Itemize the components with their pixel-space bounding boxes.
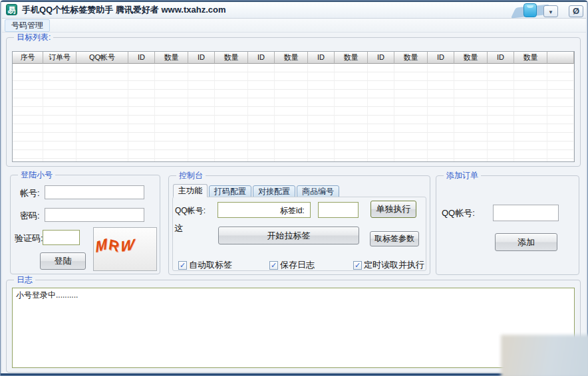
column-header-0[interactable]: 序号 <box>13 52 43 64</box>
minimize-button[interactable]: ▼ <box>543 5 558 17</box>
title-bar[interactable]: 易 手机QQ个性标签赞助手 腾讯爱好者 www.txahz.com ▼ Ø <box>2 2 586 19</box>
single-run-button[interactable]: 单独执行 <box>370 201 416 218</box>
table-row[interactable] <box>13 124 574 133</box>
table-cell <box>514 107 547 116</box>
start-pull-tags-button[interactable]: 开始拉标签 <box>218 227 359 244</box>
checkbox-2[interactable]: ✓定时读取并执行 <box>353 259 424 271</box>
login-button[interactable]: 登陆 <box>40 252 86 270</box>
menu-item-number-management[interactable]: 号码管理 <box>5 19 50 32</box>
table-cell <box>13 107 43 116</box>
table-row[interactable] <box>13 133 574 141</box>
get-tag-params-button[interactable]: 取标签参数 <box>370 231 419 246</box>
captcha-glyph: W <box>120 236 134 256</box>
log-group-label: 日志 <box>14 275 35 284</box>
account-input[interactable] <box>45 185 144 199</box>
checkbox-box-icon[interactable]: ✓ <box>178 261 187 270</box>
table-cell <box>43 90 76 98</box>
captcha-input[interactable] <box>43 230 80 245</box>
table-cell <box>514 116 547 124</box>
table-row[interactable] <box>13 150 574 159</box>
captcha-label: 验证码: <box>15 233 43 244</box>
table-cell <box>335 64 368 72</box>
table-cell <box>308 124 335 133</box>
console-group: 控制台 主功能打码配置对接配置商品编号 QQ帐号: 标签id: 单独执行 这 开… <box>168 175 430 275</box>
table-cell <box>514 159 547 162</box>
tab-打码配置[interactable]: 打码配置 <box>209 185 251 197</box>
checkbox-box-icon[interactable]: ✓ <box>269 261 278 270</box>
app-window: 易 手机QQ个性标签赞助手 腾讯爱好者 www.txahz.com ▼ Ø 号码… <box>0 0 588 376</box>
table-cell <box>275 81 308 90</box>
table-cell <box>155 64 188 72</box>
table-row[interactable] <box>13 90 574 98</box>
table-cell <box>43 124 76 133</box>
table-cell <box>13 64 43 72</box>
column-header-13[interactable]: ID <box>428 52 454 64</box>
table-cell <box>547 64 574 72</box>
column-header-16[interactable]: 数量 <box>514 52 547 64</box>
table-cell <box>454 141 488 150</box>
table-row[interactable] <box>13 141 574 150</box>
table-row[interactable] <box>13 72 574 81</box>
column-header-5[interactable]: ID <box>188 52 215 64</box>
table-cell <box>128 116 155 124</box>
tab-对接配置[interactable]: 对接配置 <box>253 185 295 197</box>
password-label: 密码: <box>20 210 40 222</box>
table-cell <box>394 150 428 159</box>
column-header-3[interactable]: ID <box>128 52 155 64</box>
column-header-7[interactable]: ID <box>248 52 275 64</box>
target-list-table[interactable]: 序号订单号QQ帐号ID数量ID数量ID数量ID数量ID数量ID数量ID数量 <box>12 51 575 162</box>
table-cell <box>308 64 335 72</box>
table-cell <box>248 107 275 116</box>
table-cell <box>428 64 454 72</box>
table-cell <box>248 141 275 150</box>
table-row[interactable] <box>13 81 574 90</box>
tag-id-input[interactable] <box>318 202 359 218</box>
table-cell <box>275 90 308 98</box>
target-list-group-label: 目标列表: <box>14 33 53 42</box>
table-cell <box>128 81 155 90</box>
column-header-1[interactable]: 订单号 <box>43 52 76 64</box>
table-cell <box>76 133 128 141</box>
table-row[interactable] <box>13 159 574 162</box>
tab-商品编号[interactable]: 商品编号 <box>297 185 339 197</box>
table-row[interactable] <box>13 116 574 124</box>
add-order-qq-input[interactable] <box>493 205 559 221</box>
table-cell <box>308 116 335 124</box>
column-header-15[interactable]: ID <box>488 52 514 64</box>
checkbox-box-icon[interactable]: ✓ <box>353 261 362 270</box>
table-cell <box>248 133 275 141</box>
password-input[interactable] <box>45 208 144 222</box>
column-header-10[interactable]: 数量 <box>335 52 368 64</box>
table-cell <box>428 72 454 81</box>
column-header-8[interactable]: 数量 <box>275 52 308 64</box>
column-header-11[interactable]: ID <box>368 52 394 64</box>
table-cell <box>308 98 335 107</box>
table-cell <box>308 159 335 162</box>
table-cell <box>13 141 43 150</box>
checkbox-0[interactable]: ✓自动取标签 <box>178 259 232 271</box>
table-cell <box>335 116 368 124</box>
table-row[interactable] <box>13 64 574 72</box>
column-header-6[interactable]: 数量 <box>215 52 248 64</box>
table-row[interactable] <box>13 98 574 107</box>
column-header-14[interactable]: 数量 <box>454 52 488 64</box>
column-header-2[interactable]: QQ帐号 <box>76 52 128 64</box>
column-header-9[interactable]: ID <box>308 52 335 64</box>
close-button[interactable]: Ø <box>569 5 583 17</box>
table-cell <box>128 141 155 150</box>
table-cell <box>428 124 454 133</box>
table-cell <box>188 159 215 162</box>
table-cell <box>76 64 128 72</box>
add-button[interactable]: 添加 <box>495 233 557 251</box>
table-cell <box>215 72 248 81</box>
table-cell <box>488 107 514 116</box>
captcha-image[interactable]: MRW <box>93 227 157 271</box>
column-header-12[interactable]: 数量 <box>394 52 428 64</box>
checkbox-1[interactable]: ✓保存日志 <box>269 259 315 271</box>
tab-主功能[interactable]: 主功能 <box>173 184 208 197</box>
table-row[interactable] <box>13 107 574 116</box>
log-textarea[interactable]: 小号登录中.......... <box>12 288 575 368</box>
column-header-4[interactable]: 数量 <box>155 52 188 64</box>
table-cell <box>454 133 488 141</box>
table-cell <box>155 72 188 81</box>
